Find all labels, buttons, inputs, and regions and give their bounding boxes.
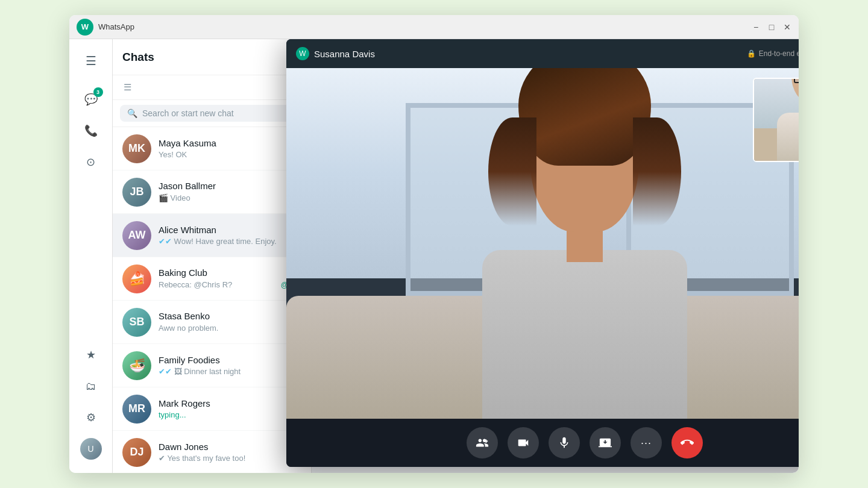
window-controls: − □ ✕ — [752, 23, 791, 31]
sidebar-item-menu[interactable]: ☰ — [77, 46, 105, 75]
chat-info: Stasa Benko 13:5 Aww no problem. 2 — [159, 311, 301, 334]
chat-name: Dawn Jones — [159, 442, 209, 452]
minimize-button[interactable]: − — [752, 23, 760, 31]
avatar: MR — [122, 395, 151, 424]
chats-header: Chats ✏ — [113, 39, 311, 75]
avatar: JB — [122, 178, 151, 207]
avatar: AW — [122, 221, 151, 250]
chats-badge: 3 — [93, 87, 103, 97]
hair-right — [633, 117, 681, 226]
menu-icon: ☰ — [86, 54, 96, 68]
close-button[interactable]: ✕ — [783, 23, 791, 31]
title-bar: W WhatsApp − □ ✕ — [69, 15, 799, 39]
chat-preview: Aww no problem. — [159, 324, 287, 333]
call-app-logo: W — [296, 47, 309, 60]
chat-name: Alice Whitman — [159, 225, 216, 235]
archived-icon: 🗂 — [86, 380, 96, 393]
starred-icon: ★ — [86, 348, 96, 361]
self-shirt — [777, 113, 799, 161]
sidebar-item-starred[interactable]: ★ — [77, 340, 105, 369]
end-call-button[interactable] — [671, 427, 703, 458]
mute-button[interactable] — [549, 427, 580, 458]
chat-name: Jason Ballmer — [159, 181, 216, 191]
chat-info: Baking Club 14:4 Rebecca: @Chris R? @ 1 — [159, 267, 301, 290]
hair — [518, 68, 651, 166]
add-participant-icon — [476, 436, 489, 449]
person-silhouette — [470, 81, 699, 419]
chats-panel: Chats ✏ ☰ 🔍 — [113, 39, 312, 473]
chat-name: Stasa Benko — [159, 311, 210, 321]
chats-filter-bar: ☰ — [113, 75, 311, 100]
sidebar-item-chats[interactable]: 💬 3 — [77, 85, 105, 114]
call-video-area — [286, 68, 799, 419]
avatar: MK — [122, 134, 151, 163]
chat-list: MK Maya Kasuma 14:5 Yes! OK 📌 — [113, 127, 311, 473]
self-person — [774, 83, 799, 161]
list-item[interactable]: SB Stasa Benko 13:5 Aww no problem. 2 — [113, 301, 311, 344]
end-call-icon — [681, 436, 694, 449]
status-icon: ⊙ — [86, 155, 95, 169]
settings-icon: ⚙ — [86, 411, 96, 424]
list-item[interactable]: 🍜 Family Foodies 11:2 ✔✔ 🖼 Dinner last n… — [113, 344, 311, 387]
sidebar-item-settings[interactable]: ⚙ — [77, 403, 105, 432]
chat-info: Family Foodies 11:2 ✔✔ 🖼 Dinner last nig… — [159, 355, 301, 376]
avatar: 🍰 — [122, 264, 151, 293]
call-title-bar: W Susanna Davis 🔒 End-to-end encrypted −… — [286, 39, 799, 68]
chat-name: Baking Club — [159, 267, 207, 278]
avatar: DJ — [122, 438, 151, 467]
screen-share-icon — [599, 436, 612, 449]
list-item[interactable]: 🍰 Baking Club 14:4 Rebecca: @Chris R? @ … — [113, 257, 311, 301]
search-input[interactable] — [142, 108, 297, 118]
chat-name: Maya Kasuma — [159, 138, 216, 148]
list-item[interactable]: MK Maya Kasuma 14:5 Yes! OK 📌 — [113, 127, 311, 170]
chat-info: Jason Ballmer 15:2 🎬 Video 5 — [159, 181, 301, 204]
chat-info: Maya Kasuma 14:5 Yes! OK 📌 — [159, 138, 301, 159]
avatar: 🍜 — [122, 351, 151, 380]
chats-title: Chats — [122, 51, 154, 64]
more-options-button[interactable]: ··· — [631, 427, 662, 458]
avatar: U — [80, 438, 102, 460]
call-controls: ··· — [286, 419, 799, 467]
hair-left — [488, 117, 536, 226]
chat-preview: ✔ Yes that's my fave too! — [159, 454, 301, 463]
filter-all-icon: ☰ — [124, 82, 131, 93]
call-encrypted: 🔒 End-to-end encrypted — [747, 49, 799, 58]
chat-info: Mark Rogers 10:5 typing... — [159, 398, 301, 419]
right-panel: 😊 📎 🎤 W Susanna Davis 🔒 End-to-end encry… — [312, 39, 799, 473]
glass-left — [794, 78, 799, 83]
list-item[interactable]: JB Jason Ballmer 15:2 🎬 Video 5 — [113, 170, 311, 214]
chat-preview: ✔✔ Wow! Have great time. Enjoy. — [159, 237, 301, 246]
chat-preview: typing... — [159, 410, 301, 419]
chat-preview: ✔✔ 🖼 Dinner last night — [159, 367, 301, 376]
chat-name: Family Foodies — [159, 355, 220, 365]
search-box: 🔍 — [113, 100, 311, 127]
app-title: WhatsApp — [98, 22, 752, 31]
encrypted-text: End-to-end encrypted — [759, 49, 799, 58]
chat-info: Dawn Jones 8:3 ✔ Yes that's my fave too! — [159, 442, 301, 463]
sidebar-item-status[interactable]: ⊙ — [77, 148, 105, 177]
video-toggle-button[interactable] — [508, 427, 539, 458]
sidebar-item-archived[interactable]: 🗂 — [77, 372, 105, 401]
sidebar-item-profile[interactable]: U — [77, 434, 105, 463]
list-item[interactable]: MR Mark Rogers 10:5 typing... — [113, 387, 311, 431]
sidebar-item-calls[interactable]: 📞 — [77, 116, 105, 145]
app-body: ☰ 💬 3 📞 ⊙ ★ 🗂 ⚙ U — [69, 39, 799, 473]
screen-share-button[interactable] — [590, 427, 621, 458]
list-item[interactable]: AW Alice Whitman 15:1 ✔✔ Wow! Have great… — [113, 214, 311, 257]
add-participant-button[interactable] — [467, 427, 498, 458]
list-item[interactable]: DJ Dawn Jones 8:3 ✔ Yes that's my fave t… — [113, 431, 311, 473]
filter-all-button[interactable]: ☰ — [118, 78, 137, 97]
main-video-person — [286, 68, 799, 419]
chat-preview: Rebecca: @Chris R? — [159, 280, 277, 289]
avatar: SB — [122, 308, 151, 337]
search-icon: 🔍 — [127, 108, 137, 118]
shirt — [482, 250, 687, 419]
video-call-window: W Susanna Davis 🔒 End-to-end encrypted −… — [286, 39, 799, 467]
mic-icon — [558, 436, 571, 449]
self-video — [753, 78, 799, 162]
sidebar: ☰ 💬 3 📞 ⊙ ★ 🗂 ⚙ U — [69, 39, 113, 473]
maximize-button[interactable]: □ — [767, 23, 776, 31]
chat-info: Alice Whitman 15:1 ✔✔ Wow! Have great ti… — [159, 225, 301, 246]
lock-icon: 🔒 — [747, 49, 756, 58]
main-window: W WhatsApp − □ ✕ ☰ 💬 3 📞 ⊙ ★ — [69, 15, 799, 473]
